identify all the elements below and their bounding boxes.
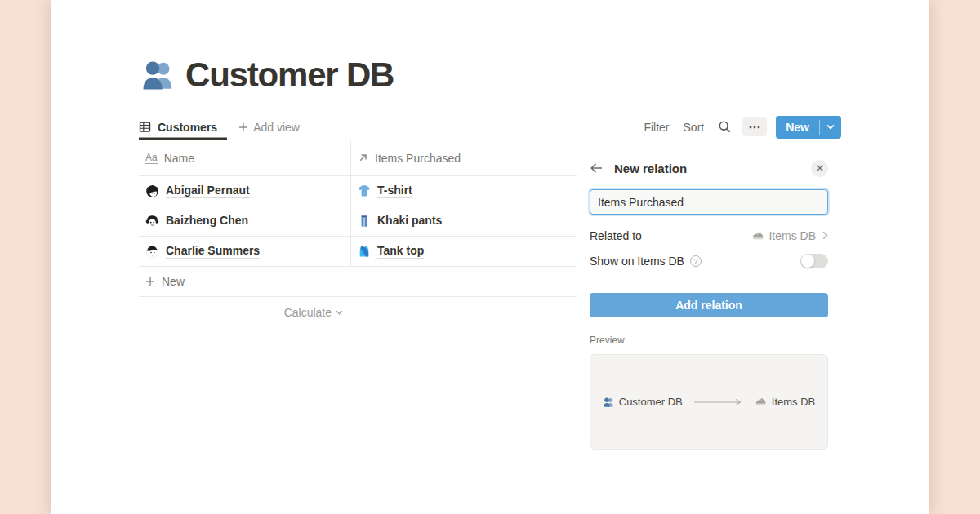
long-right-arrow-icon [693,398,744,406]
item-name: Khaki pants [377,214,442,229]
new-row-button[interactable]: New [139,267,577,297]
pants-icon [358,215,371,228]
preview-label: Preview [590,335,828,346]
name-cell[interactable]: Abigail Pernaut [139,176,351,206]
item-cell[interactable]: T-shirt [351,176,577,206]
avatar-abigail-icon [145,184,159,198]
column-name-label: Name [164,152,194,165]
related-to-row: Related to Items DB [590,227,828,244]
tab-customers[interactable]: Customers [139,114,227,140]
preview-source: Customer DB [603,396,683,408]
table-row: Abigail Pernaut T-shirt [139,176,577,206]
page-title: Customer DB [185,55,394,95]
text-property-icon: Aa [145,153,158,164]
avatar-charlie-icon [145,245,159,259]
column-header-name[interactable]: Aa Name [139,140,351,175]
close-icon [816,164,824,172]
toolbar-actions: Filter Sort New [644,116,841,139]
sneaker-icon [755,396,767,408]
relation-arrow-icon [358,153,368,163]
related-to-value[interactable]: Items DB [751,229,828,242]
add-relation-button[interactable]: Add relation [590,293,828,317]
panel-header: New relation [590,158,828,178]
panel-title: New relation [614,162,687,175]
busts-in-silhouette-icon [603,397,614,408]
preview-target-label: Items DB [772,396,815,408]
page-body: Aa Name Items Purchased [139,140,841,514]
plus-icon [145,277,155,286]
toggle-knob [801,255,814,268]
back-arrow-icon[interactable] [590,162,604,174]
item-cell[interactable]: Tank top [351,237,577,266]
preview-source-label: Customer DB [619,396,683,408]
preview-target: Items DB [755,396,815,408]
customer-name: Baizheng Chen [166,214,248,229]
chevron-down-icon [336,310,343,315]
table-view-icon [139,121,151,133]
calculate-label: Calculate [284,306,332,319]
search-icon[interactable] [718,120,732,134]
new-relation-panel: New relation Related to Items DB [577,140,841,514]
table-row: Baizheng Chen Khaki pants [139,206,577,237]
item-name: Tank top [377,244,424,259]
add-view-button[interactable]: Add view [238,121,300,134]
table-header-row: Aa Name Items Purchased [139,140,577,176]
column-header-items-purchased[interactable]: Items Purchased [351,140,577,175]
busts-in-silhouette-icon [140,58,175,92]
customer-name: Charlie Summers [166,244,260,259]
question-circle-icon[interactable]: ? [690,255,702,267]
avatar-baizheng-icon [145,215,159,228]
related-db-name: Items DB [768,229,816,242]
column-items-label: Items Purchased [375,152,461,165]
page-content: Customer DB Customers Add view [139,0,841,514]
show-on-toggle[interactable] [800,254,828,268]
customer-name: Abigail Pernaut [166,184,250,199]
tab-customers-label: Customers [158,121,217,134]
sneaker-icon [751,229,764,242]
calculate-button[interactable]: Calculate [139,297,351,328]
relation-preview-box: Customer DB Items DB [590,354,828,450]
plus-icon [238,122,248,132]
chevron-right-icon [822,231,828,240]
item-cell[interactable]: Khaki pants [351,206,577,236]
relation-name-input[interactable] [590,189,828,215]
close-panel-button[interactable] [811,160,828,177]
view-toolbar: Customers Add view Filter Sort [139,114,841,140]
customers-table: Aa Name Items Purchased [139,140,577,514]
name-cell[interactable]: Charlie Summers [139,237,351,266]
tanktop-icon [358,245,371,258]
chevron-down-icon[interactable] [820,116,841,139]
show-on-label: Show on Items DB [590,255,684,268]
add-view-label: Add view [253,121,300,134]
show-on-row: Show on Items DB ? [590,252,828,270]
table-row: Charlie Summers Tank top [139,237,577,267]
filter-button[interactable]: Filter [644,121,669,134]
new-row-label: New [162,275,185,288]
item-name: T-shirt [377,184,412,199]
more-options-button[interactable] [742,117,767,136]
ellipsis-icon [749,126,760,129]
page-title-row: Customer DB [140,55,394,95]
related-to-label: Related to [590,229,642,242]
new-record-button[interactable]: New [776,116,841,139]
new-record-label: New [776,116,819,139]
tshirt-icon [358,184,371,197]
name-cell[interactable]: Baizheng Chen [139,206,351,236]
sort-button[interactable]: Sort [684,121,705,134]
notion-page-card: Customer DB Customers Add view [51,0,929,514]
